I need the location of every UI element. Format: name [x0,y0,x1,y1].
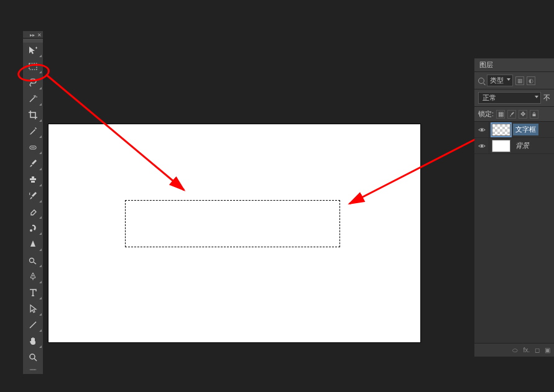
blend-mode-select[interactable]: 正常 [478,92,541,104]
zoom-tool[interactable] [23,349,43,365]
pen-tool[interactable] [23,268,43,285]
lock-position-icon[interactable]: ✥ [519,110,527,119]
layer-name[interactable]: 背景 [513,140,532,152]
type-tool[interactable] [23,285,43,301]
layer-mask-icon[interactable]: ◻ [535,347,540,353]
toolbar-collapse-icon[interactable]: ▸▸ [30,32,35,38]
dodge-tool[interactable] [23,252,43,268]
svg-point-7 [30,229,32,232]
eyedropper-tool[interactable] [23,123,43,139]
svg-rect-16 [533,114,536,116]
blur-tool[interactable] [23,236,43,252]
svg-point-9 [32,275,34,276]
link-layers-icon[interactable]: ⬭ [512,347,518,354]
visibility-toggle[interactable] [474,122,489,138]
toolbar-close-icon[interactable]: ✕ [37,32,42,38]
panel-footer: ⬭ fx. ◻ ▣ [474,343,554,357]
svg-point-1 [34,96,35,98]
filter-pixel-icon[interactable]: ▦ [515,76,524,85]
toolbar-divider [23,365,43,374]
visibility-toggle[interactable] [474,138,489,154]
tool-palette: ▸▸ ✕ [23,31,43,374]
svg-point-11 [30,369,32,370]
layer-filter-row: 类型 ▦ ◐ [474,72,554,89]
path-selection-tool[interactable] [23,301,43,317]
document-canvas[interactable] [48,124,420,342]
svg-rect-6 [31,181,35,183]
lock-image-icon[interactable] [507,110,516,119]
toolbar-header: ▸▸ ✕ [23,31,43,39]
opacity-label: 不 [543,93,550,103]
search-icon[interactable] [478,78,484,84]
layer-thumbnail[interactable] [492,124,510,136]
line-tool[interactable] [23,317,43,333]
lock-transparent-icon[interactable]: ▦ [496,110,505,119]
clone-stamp-tool[interactable] [23,171,43,188]
svg-point-12 [32,369,34,370]
hand-tool[interactable] [23,333,43,349]
svg-point-3 [31,147,32,148]
svg-point-5 [34,147,35,148]
blend-mode-row: 正常 不 [474,89,554,107]
layers-tab[interactable]: 图层 [474,58,554,72]
svg-point-4 [32,147,34,148]
eraser-tool[interactable] [23,204,43,220]
layer-row-text-frame[interactable]: 文字框 [474,122,554,138]
brush-tool[interactable] [23,155,43,171]
svg-point-13 [34,369,35,370]
history-brush-tool[interactable] [23,188,43,204]
layers-panel: 图层 类型 ▦ ◐ 正常 不 锁定: ▦ ✥ 文字框 [474,58,554,357]
lock-label: 锁定: [478,109,494,119]
svg-rect-0 [29,63,37,70]
layer-name[interactable]: 文字框 [513,124,538,135]
svg-point-10 [30,354,35,359]
filter-adjust-icon[interactable]: ◐ [527,76,535,85]
layer-list: 文字框 背景 [474,122,554,343]
svg-point-8 [30,258,34,263]
rectangular-marquee-tool[interactable] [23,58,43,75]
new-group-icon[interactable]: ▣ [545,347,550,353]
magic-wand-tool[interactable] [23,91,43,107]
spot-healing-tool[interactable] [23,139,43,155]
gradient-tool[interactable] [23,220,43,236]
layer-row-background[interactable]: 背景 [474,138,554,154]
lasso-tool[interactable] [23,75,43,91]
layer-fx-icon[interactable]: fx. [523,347,530,353]
svg-point-17 [481,129,483,131]
layer-kind-select[interactable]: 类型 [487,75,513,86]
layer-thumbnail[interactable] [492,140,510,152]
lock-all-icon[interactable] [530,110,538,119]
lock-row: 锁定: ▦ ✥ [474,107,554,122]
move-tool[interactable] [23,42,43,58]
crop-tool[interactable] [23,107,43,123]
svg-point-18 [481,145,483,147]
